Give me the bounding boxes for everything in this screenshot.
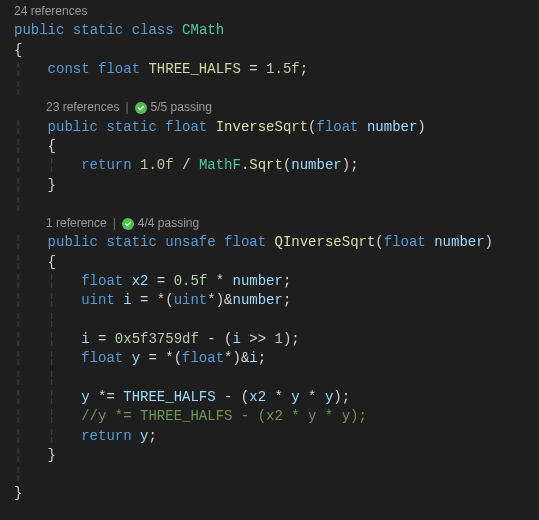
codelens-qinversesqrt[interactable]: 1 reference | 4/4 passing	[14, 214, 539, 233]
blank-line: ¦ ¦	[14, 311, 539, 330]
code-line: ¦ ¦ i = 0x5f3759df - (i >> 1);	[14, 330, 539, 349]
codelens-separator: |	[113, 214, 116, 233]
blank-line: ¦ ¦	[14, 369, 539, 388]
codelens-refs[interactable]: 1 reference	[46, 214, 107, 233]
blank-line: ¦	[14, 465, 539, 484]
code-line: ¦ const float THREE_HALFS = 1.5f;	[14, 60, 539, 79]
code-line: ¦ public static unsafe float QInverseSqr…	[14, 233, 539, 252]
code-line: ¦ public static float InverseSqrt(float …	[14, 118, 539, 137]
codelens-inversesqrt[interactable]: 23 references | 5/5 passing	[14, 98, 539, 117]
codelens-refs[interactable]: 24 references	[14, 2, 87, 21]
code-line: ¦ ¦ return 1.0f / MathF.Sqrt(number);	[14, 156, 539, 175]
codelens-tests[interactable]: 5/5 passing	[151, 98, 212, 117]
code-line: public static class CMath	[14, 21, 539, 40]
code-line: ¦ ¦ float x2 = 0.5f * number;	[14, 272, 539, 291]
code-line: ¦ }	[14, 176, 539, 195]
codelens-class[interactable]: 24 references	[14, 2, 539, 21]
code-line: ¦ ¦ float y = *(float*)&i;	[14, 349, 539, 368]
code-line: ¦ ¦ //y *= THREE_HALFS - (x2 * y * y);	[14, 407, 539, 426]
test-pass-icon	[122, 218, 134, 230]
blank-line: ¦	[14, 195, 539, 214]
codelens-tests[interactable]: 4/4 passing	[138, 214, 199, 233]
blank-line: ¦	[14, 79, 539, 98]
code-line: {	[14, 41, 539, 60]
code-line: ¦ ¦ uint i = *(uint*)&number;	[14, 291, 539, 310]
code-line: ¦ }	[14, 446, 539, 465]
codelens-refs[interactable]: 23 references	[46, 98, 119, 117]
code-line: ¦ ¦ return y;	[14, 427, 539, 446]
codelens-separator: |	[125, 98, 128, 117]
code-line: ¦ {	[14, 253, 539, 272]
code-line: ¦ ¦ y *= THREE_HALFS - (x2 * y * y);	[14, 388, 539, 407]
test-pass-icon	[135, 102, 147, 114]
code-line: }	[14, 484, 539, 503]
code-line: ¦ {	[14, 137, 539, 156]
